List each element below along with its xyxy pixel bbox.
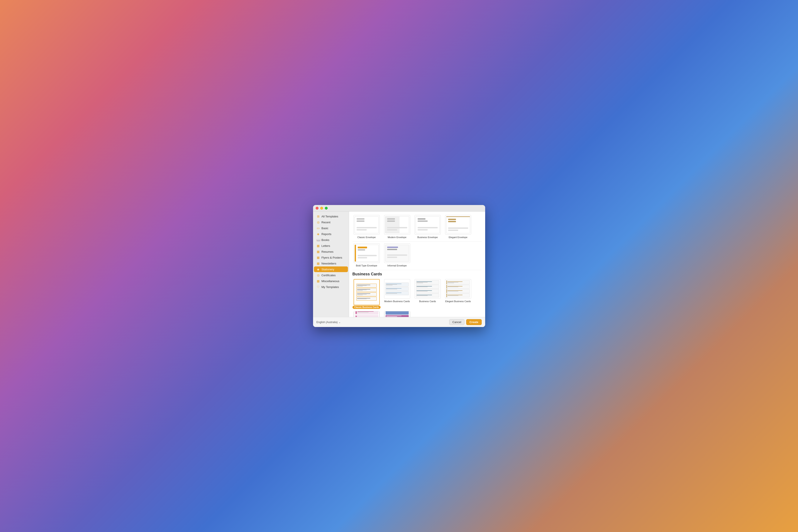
letter-icon: ▦ [317, 244, 320, 247]
sidebar-label-all-templates: All Templates [322, 215, 338, 218]
book-icon: 📖 [317, 238, 320, 242]
elegant-envelope-preview [445, 215, 471, 235]
sidebar-label-certificates: Certificates [322, 273, 336, 277]
template-classic-envelope[interactable]: Classic Envelope [353, 215, 381, 239]
classic-bc-badge: Classic Business Cards [353, 306, 381, 309]
cancel-button[interactable]: Cancel [449, 319, 464, 325]
sidebar-label-reports: Reports [322, 232, 331, 236]
clock-icon: ◎ [317, 221, 320, 224]
modern-bc-label: Modern Business Cards [384, 300, 410, 303]
template-bold-type-envelope[interactable]: Bold Type Envelope [353, 243, 381, 267]
template-informal-envelope[interactable]: Informal Envelope [383, 243, 411, 267]
bold-type-envelope-label: Bold Type Envelope [356, 264, 377, 267]
sidebar-label-flyers-posters: Flyers & Posters [322, 256, 342, 259]
sidebar-item-letters[interactable]: ▦ Letters [314, 243, 348, 249]
fullscreen-button[interactable] [325, 207, 328, 210]
bc-preview [415, 279, 441, 299]
bold-type-envelope-preview [354, 243, 380, 263]
close-button[interactable] [316, 207, 319, 210]
heart-icon: ♡ [317, 285, 320, 289]
language-selector[interactable]: English (Australia) ⌄ [317, 321, 341, 324]
certificate-icon: ◎ [317, 273, 320, 277]
sidebar-item-reports[interactable]: ◈ Reports [314, 231, 348, 237]
business-envelope-label: Business Envelope [417, 236, 438, 239]
template-bc[interactable]: Business Cards [414, 279, 442, 309]
sidebar-item-stationery[interactable]: ◈ Stationery [314, 266, 348, 272]
informal-envelope-label: Informal Envelope [387, 264, 407, 267]
informal-bc-preview [384, 311, 410, 317]
chevron-down-icon: ⌄ [339, 321, 341, 324]
sidebar-label-newsletters: Newsletters [322, 262, 336, 265]
elegant-envelope-label: Elegant Envelope [449, 236, 467, 239]
modern-envelope-preview [384, 215, 410, 235]
business-cards-section: Business Cards [353, 272, 482, 317]
elegant-bc-preview [445, 279, 471, 299]
bold-type-bc-preview [354, 311, 380, 317]
template-chooser-window: ⊞ All Templates ◎ Recent ▭ Basic ◈ Repor… [313, 205, 485, 327]
business-cards-grid: Classic Business Cards [353, 279, 482, 317]
classic-envelope-label: Classic Envelope [357, 236, 376, 239]
sidebar-item-all-templates[interactable]: ⊞ All Templates [314, 213, 348, 219]
create-button[interactable]: Create [466, 319, 481, 325]
language-label: English (Australia) [317, 321, 338, 324]
template-informal-bc[interactable]: Informal Business Cards [383, 311, 411, 317]
modern-bc-preview [384, 279, 410, 299]
footer: English (Australia) ⌄ Cancel Create [313, 317, 485, 327]
business-envelope-preview [415, 215, 441, 235]
resume-icon: ▦ [317, 250, 320, 253]
chart-icon: ◈ [317, 232, 320, 236]
business-cards-title: Business Cards [353, 272, 482, 277]
stationery-icon: ◈ [317, 267, 320, 271]
template-modern-envelope[interactable]: Modern Envelope [383, 215, 411, 239]
envelope-row-1: Classic Envelope Modern Envelope [353, 215, 482, 242]
newsletter-icon: ▦ [317, 262, 320, 265]
sidebar-label-resumes: Resumes [322, 250, 334, 253]
sidebar-label-letters: Letters [322, 244, 330, 247]
sidebar: ⊞ All Templates ◎ Recent ▭ Basic ◈ Repor… [313, 211, 349, 317]
main-content: ⊞ All Templates ◎ Recent ▭ Basic ◈ Repor… [313, 211, 485, 317]
sidebar-item-my-templates[interactable]: ♡ My Templates [314, 284, 348, 290]
minimize-button[interactable] [320, 207, 323, 210]
classic-bc-preview [354, 279, 380, 305]
sidebar-label-books: Books [322, 238, 329, 242]
sidebar-item-flyers-posters[interactable]: ▦ Flyers & Posters [314, 255, 348, 260]
template-business-envelope[interactable]: Business Envelope [414, 215, 442, 239]
sidebar-item-books[interactable]: 📖 Books [314, 237, 348, 243]
grid-icon: ⊞ [317, 214, 320, 218]
titlebar [313, 205, 485, 211]
misc-icon: ▦ [317, 279, 320, 283]
sidebar-item-newsletters[interactable]: ▦ Newsletters [314, 261, 348, 266]
template-modern-bc[interactable]: Modern Business Cards [383, 279, 411, 309]
template-elegant-bc[interactable]: Elegant Business Cards [444, 279, 472, 309]
footer-buttons: Cancel Create [449, 319, 482, 325]
sidebar-label-recent: Recent [322, 221, 330, 224]
informal-envelope-preview [384, 243, 410, 263]
sidebar-item-miscellaneous[interactable]: ▦ Miscellaneous [314, 278, 348, 284]
sidebar-label-basic: Basic [322, 227, 328, 230]
sidebar-label-my-templates: My Templates [322, 285, 339, 289]
template-classic-bc[interactable]: Classic Business Cards [353, 279, 381, 309]
template-bold-type-bc[interactable]: Bold Type Business Cards [353, 311, 381, 317]
content-area: Classic Envelope Modern Envelope [349, 211, 485, 317]
envelope-row-2: Bold Type Envelope Informal Envelope [353, 243, 482, 270]
sidebar-label-miscellaneous: Miscellaneous [322, 280, 339, 283]
flyer-icon: ▦ [317, 256, 320, 259]
document-icon: ▭ [317, 226, 320, 230]
template-elegant-envelope[interactable]: Elegant Envelope [444, 215, 472, 239]
sidebar-item-recent[interactable]: ◎ Recent [314, 220, 348, 225]
sidebar-item-certificates[interactable]: ◎ Certificates [314, 272, 348, 278]
modern-envelope-label: Modern Envelope [387, 236, 406, 239]
sidebar-item-basic[interactable]: ▭ Basic [314, 225, 348, 231]
sidebar-item-resumes[interactable]: ▦ Resumes [314, 249, 348, 254]
classic-envelope-preview [354, 215, 380, 235]
bc-label: Business Cards [419, 300, 436, 303]
elegant-bc-label: Elegant Business Cards [445, 300, 471, 303]
sidebar-label-stationery: Stationery [322, 268, 335, 271]
